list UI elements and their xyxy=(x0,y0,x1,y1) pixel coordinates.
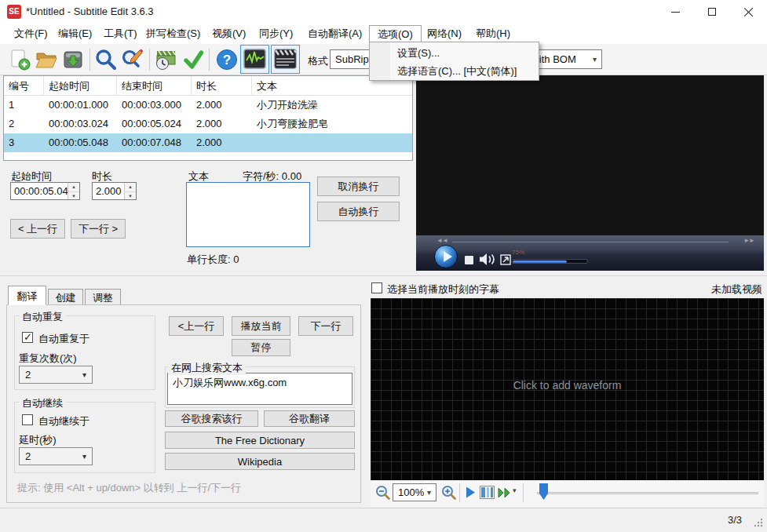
spell-check-button[interactable] xyxy=(180,46,206,73)
open-file-button[interactable] xyxy=(33,46,60,73)
waveform-play-icon[interactable] xyxy=(466,486,476,498)
delay-combobox[interactable]: 2 ▾ xyxy=(19,447,93,465)
cell-duration: 2.000 xyxy=(192,133,252,152)
volume-icon[interactable] xyxy=(479,253,496,266)
start-time-value: 00:00:05.048 xyxy=(14,183,74,199)
google-search-button[interactable]: 谷歌搜索该行 xyxy=(165,410,258,427)
seek-bar[interactable] xyxy=(452,242,729,242)
auto-repeat-checkbox-label[interactable]: 自动重复于 xyxy=(38,332,89,346)
no-video-label: 未加载视频 xyxy=(711,282,762,297)
seek-back-icon[interactable]: ◄◄ xyxy=(436,237,447,244)
subtitle-text-input[interactable] xyxy=(186,182,310,247)
zoom-out-icon[interactable] xyxy=(375,485,390,500)
repeat-count-combobox[interactable]: 2 ▾ xyxy=(19,366,93,384)
subtitle-row-3-selected[interactable]: 3 00:00:05.048 00:00:07.048 2.000 xyxy=(4,133,412,152)
stop-button[interactable] xyxy=(465,256,473,264)
tab-translate[interactable]: 翻译 xyxy=(8,286,46,305)
subtitle-list-header: 编号 起始时间 结束时间 时长 文本 xyxy=(4,76,412,96)
column-duration[interactable]: 时长 xyxy=(192,76,252,96)
replace-button[interactable] xyxy=(119,46,146,73)
close-button[interactable] xyxy=(731,0,767,24)
video-toggle-button[interactable] xyxy=(271,45,300,74)
select-current-checkbox[interactable] xyxy=(371,282,382,293)
editor-next-line-button[interactable]: 下一行 > xyxy=(71,219,126,239)
menu-edit[interactable]: 编辑(E) xyxy=(50,25,100,42)
menu-network[interactable]: 网络(N) xyxy=(419,25,469,42)
waveform-zoom-combobox[interactable]: 100% ▾ xyxy=(393,483,436,501)
waveform-zoom-value: 100% xyxy=(398,486,424,498)
pause-button[interactable]: 暂停 xyxy=(232,339,290,356)
repeat-count-value: 2 xyxy=(25,369,31,381)
duration-stepper[interactable]: 2.000 ▲▼ xyxy=(92,182,137,200)
seek-forward-icon[interactable]: ►► xyxy=(743,237,754,244)
find-button[interactable] xyxy=(93,46,119,73)
fast-forward-icon[interactable] xyxy=(498,487,511,498)
chevron-down-icon: ▾ xyxy=(427,484,431,501)
cell-number: 3 xyxy=(4,133,44,152)
zoom-in-icon[interactable] xyxy=(441,485,456,500)
replace-icon xyxy=(121,48,144,71)
prev-line-button[interactable]: <上一行 xyxy=(169,316,224,336)
column-number[interactable]: 编号 xyxy=(4,76,44,96)
new-file-icon xyxy=(8,48,31,71)
editor-prev-line-button[interactable]: < 上一行 xyxy=(10,219,65,239)
menu-spellcheck[interactable]: 拼写检查(S) xyxy=(138,25,208,42)
start-time-stepper[interactable]: 00:00:05.048 ▲▼ xyxy=(10,182,80,200)
waveform-area[interactable]: Click to add waveform xyxy=(371,298,764,480)
play-current-button[interactable]: 播放当前 xyxy=(232,316,290,336)
window-title: *Untitled - Subtitle Edit 3.6.3 xyxy=(26,5,154,17)
autobreak-button[interactable]: 自动换行 xyxy=(317,202,400,221)
menu-help[interactable]: 帮助(H) xyxy=(468,25,518,42)
menu-file[interactable]: 文件(F) xyxy=(6,25,56,42)
volume-slider[interactable] xyxy=(511,259,588,264)
menu-options[interactable]: 选项(O) xyxy=(369,25,422,42)
minimize-button[interactable] xyxy=(657,0,693,24)
resize-grip[interactable] xyxy=(754,518,763,527)
app-window: SE *Untitled - Subtitle Edit 3.6.3 文件(F)… xyxy=(0,0,767,532)
column-start[interactable]: 起始时间 xyxy=(44,76,117,96)
web-search-input[interactable]: 小刀娱乐网www.x6g.com xyxy=(167,373,352,405)
cell-text: 小刀开始洗澡 xyxy=(252,96,412,115)
free-dictionary-button[interactable]: The Free Dictionary xyxy=(165,432,355,449)
new-file-button[interactable] xyxy=(6,46,33,73)
menu-item-settings[interactable]: 设置(S)... xyxy=(391,44,537,62)
spin-up-icon: ▲ xyxy=(125,183,136,191)
next-line-button[interactable]: 下一行 xyxy=(298,316,353,336)
save-button[interactable] xyxy=(60,46,86,73)
spin-buttons[interactable]: ▲▼ xyxy=(124,183,136,199)
video-icon xyxy=(273,47,298,71)
menu-autotranslate[interactable]: 自动翻译(A) xyxy=(300,25,370,42)
auto-repeat-checkbox[interactable] xyxy=(22,332,33,343)
menu-video[interactable]: 视频(V) xyxy=(204,25,254,42)
spin-buttons[interactable]: ▲▼ xyxy=(68,183,79,199)
menu-item-choose-language[interactable]: 选择语言(C)... [中文(简体)] xyxy=(391,62,537,80)
subtitle-row-1[interactable]: 1 00:00:01.000 00:00:03.000 2.000 小刀开始洗澡 xyxy=(4,96,412,115)
google-translate-button[interactable]: 谷歌翻译 xyxy=(264,410,355,427)
subtitle-row-2[interactable]: 2 00:00:03.024 00:00:05.024 2.000 小刀弯腰捡肥… xyxy=(4,115,412,133)
frame-view-icon[interactable] xyxy=(480,486,495,499)
waveform-position-slider[interactable] xyxy=(537,492,758,494)
chevron-down-icon[interactable]: ▾ xyxy=(513,486,517,494)
video-player[interactable]: ◄◄ ►► 75% xyxy=(416,75,764,271)
cell-duration: 2.000 xyxy=(192,115,252,133)
select-current-label[interactable]: 选择当前播放时刻的字幕 xyxy=(387,282,499,297)
visual-sync-button[interactable] xyxy=(152,46,179,73)
menu-sync[interactable]: 同步(Y) xyxy=(251,25,301,42)
maximize-button[interactable] xyxy=(694,0,730,24)
tab-create[interactable]: 创建 xyxy=(48,289,83,305)
fullscreen-icon[interactable] xyxy=(500,254,511,265)
tab-adjust[interactable]: 调整 xyxy=(85,289,121,305)
horizontal-splitter[interactable] xyxy=(0,275,767,276)
waveform-toggle-button[interactable] xyxy=(240,45,269,74)
auto-continue-checkbox-label[interactable]: 自动继续于 xyxy=(38,414,89,428)
help-button[interactable]: ? xyxy=(214,46,240,73)
find-icon xyxy=(94,48,118,71)
wikipedia-button[interactable]: Wikipedia xyxy=(165,453,355,470)
auto-continue-checkbox[interactable] xyxy=(22,414,33,425)
cell-text xyxy=(252,133,412,152)
play-button[interactable] xyxy=(434,245,458,268)
repeat-count-label: 重复次数(次) xyxy=(19,352,77,366)
column-end[interactable]: 结束时间 xyxy=(117,76,192,96)
unbreak-button[interactable]: 取消换行 xyxy=(317,177,400,196)
toolbar-separator xyxy=(523,483,524,502)
